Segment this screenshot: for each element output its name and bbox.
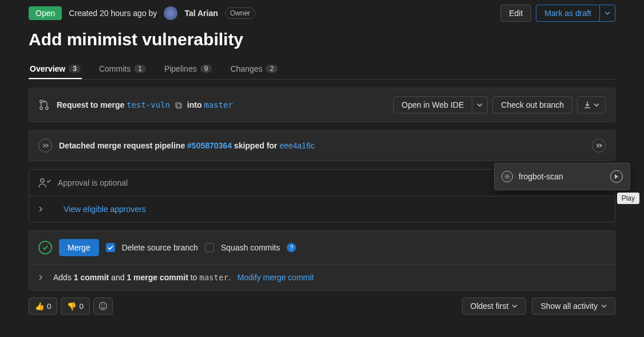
delete-source-label: Delete source branch xyxy=(122,243,198,252)
pipeline-summary: Detached merge request pipeline #5058703… xyxy=(59,141,585,150)
approval-optional-text: Approval is optional xyxy=(58,178,128,187)
edit-button[interactable]: Edit xyxy=(500,5,531,22)
job-name: frogbot-scan xyxy=(519,172,563,181)
svg-point-5 xyxy=(41,179,44,182)
modify-merge-commit-link[interactable]: Modify merge commit xyxy=(237,273,314,282)
smile-icon xyxy=(98,301,108,311)
checkout-branch-button[interactable]: Check out branch xyxy=(492,96,572,113)
svg-point-9 xyxy=(506,175,508,178)
gear-icon xyxy=(501,171,513,182)
download-button[interactable] xyxy=(577,96,606,113)
owner-badge: Owner xyxy=(225,7,255,19)
chevron-down-icon xyxy=(601,304,607,308)
merge-summary: Request to merge test-vuln into master xyxy=(57,100,386,109)
svg-point-0 xyxy=(40,100,42,103)
thumbs-up-button[interactable]: 👍0 xyxy=(29,297,57,315)
avatar[interactable] xyxy=(164,6,177,20)
chevron-down-icon xyxy=(605,11,610,15)
svg-point-1 xyxy=(40,107,42,109)
chevron-down-icon xyxy=(594,103,599,107)
open-web-ide-button[interactable]: Open in Web IDE xyxy=(393,96,473,113)
pipeline-status-icon xyxy=(38,139,52,152)
svg-point-6 xyxy=(99,303,106,310)
open-web-ide-dropdown[interactable] xyxy=(472,96,488,113)
tab-changes[interactable]: Changes2 xyxy=(229,60,279,79)
svg-rect-4 xyxy=(176,103,180,107)
source-branch[interactable]: test-vuln xyxy=(127,100,170,109)
mark-as-draft-button[interactable]: Mark as draft xyxy=(536,5,600,22)
play-tooltip: Play xyxy=(617,193,639,204)
tab-overview[interactable]: Overview3 xyxy=(29,60,82,79)
chevron-right-icon xyxy=(38,274,43,281)
draft-dropdown[interactable] xyxy=(600,5,615,22)
delete-source-checkbox[interactable] xyxy=(106,243,115,252)
sort-order-dropdown[interactable]: Oldest first xyxy=(462,297,527,315)
squash-label: Squash commits xyxy=(221,243,280,252)
double-chevron-icon xyxy=(595,143,602,148)
add-reaction-button[interactable] xyxy=(93,297,113,315)
thumbs-down-button[interactable]: 👎0 xyxy=(61,297,89,315)
tab-pipelines[interactable]: Pipelines9 xyxy=(163,60,214,79)
commit-sha-link[interactable]: eee4a16c xyxy=(279,141,315,150)
expand-approvers-button[interactable] xyxy=(38,206,46,213)
created-meta: Created 20 hours ago by xyxy=(69,9,157,18)
expand-commits-button[interactable] xyxy=(38,274,46,281)
merge-ready-icon xyxy=(38,241,52,254)
chevron-down-icon xyxy=(477,103,483,107)
svg-rect-3 xyxy=(177,104,181,108)
thumbs-up-icon: 👍 xyxy=(35,302,45,311)
download-icon xyxy=(583,101,591,109)
svg-point-2 xyxy=(46,107,48,109)
merge-button[interactable]: Merge xyxy=(59,239,99,256)
tab-count: 1 xyxy=(134,65,146,73)
svg-point-7 xyxy=(101,305,102,306)
thumbs-down-icon: 👎 xyxy=(67,302,77,311)
merge-commit-summary: Adds 1 commit and 1 merge commit to mast… xyxy=(53,273,314,282)
merge-request-icon xyxy=(38,99,50,111)
pipeline-link[interactable]: #505870364 xyxy=(187,141,232,150)
status-badge: Open xyxy=(29,6,62,20)
squash-checkbox[interactable] xyxy=(205,243,214,252)
play-job-button[interactable] xyxy=(610,170,623,183)
svg-point-8 xyxy=(104,305,105,306)
author-link[interactable]: Tal Arian xyxy=(184,9,218,18)
tab-count: 9 xyxy=(200,65,212,73)
copy-branch-icon[interactable] xyxy=(175,101,183,109)
tab-commits[interactable]: Commits1 xyxy=(98,60,147,79)
squash-help-icon[interactable]: ? xyxy=(287,243,296,252)
tabs: Overview3 Commits1 Pipelines9 Changes2 xyxy=(29,60,615,80)
play-icon xyxy=(614,174,619,179)
target-branch[interactable]: master xyxy=(204,100,233,109)
chevron-right-icon xyxy=(38,206,43,213)
pipeline-expand-button[interactable] xyxy=(592,139,606,152)
tab-count: 2 xyxy=(266,65,278,73)
activity-filter-dropdown[interactable]: Show all activity xyxy=(532,297,615,315)
chevron-down-icon xyxy=(512,304,517,308)
job-item[interactable]: frogbot-scan xyxy=(495,163,630,190)
approval-icon xyxy=(38,178,51,188)
view-approvers-link[interactable]: View eligible approvers xyxy=(64,205,146,214)
page-title: Add minimist vulnerability xyxy=(29,30,615,49)
job-popup: frogbot-scan xyxy=(494,163,630,190)
check-icon xyxy=(108,245,113,250)
tab-count: 3 xyxy=(69,65,81,73)
